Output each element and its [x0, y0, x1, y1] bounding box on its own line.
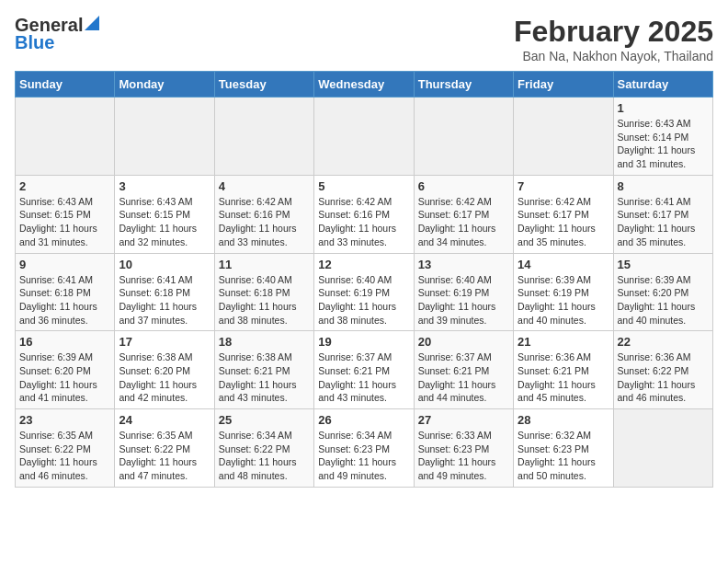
calendar-cell — [314, 98, 414, 176]
day-number: 14 — [518, 258, 609, 271]
day-content: Sunrise: 6:40 AM Sunset: 6:19 PM Dayligh… — [418, 273, 509, 327]
calendar-cell — [115, 98, 214, 176]
day-content: Sunrise: 6:36 AM Sunset: 6:22 PM Dayligh… — [618, 350, 709, 405]
calendar-cell — [214, 98, 313, 176]
calendar-cell: 19Sunrise: 6:37 AM Sunset: 6:21 PM Dayli… — [314, 331, 414, 409]
calendar-cell: 14Sunrise: 6:39 AM Sunset: 6:19 PM Dayli… — [514, 253, 613, 331]
calendar-cell — [16, 98, 115, 176]
weekday-header-sunday: Sunday — [16, 72, 115, 98]
day-content: Sunrise: 6:42 AM Sunset: 6:17 PM Dayligh… — [418, 195, 509, 249]
day-number: 28 — [518, 413, 609, 427]
day-content: Sunrise: 6:41 AM Sunset: 6:18 PM Dayligh… — [119, 273, 210, 327]
calendar-header-row: SundayMondayTuesdayWednesdayThursdayFrid… — [16, 72, 713, 98]
day-number: 19 — [318, 335, 409, 349]
day-content: Sunrise: 6:39 AM Sunset: 6:20 PM Dayligh… — [618, 273, 709, 327]
calendar-cell: 17Sunrise: 6:38 AM Sunset: 6:20 PM Dayli… — [115, 331, 214, 409]
calendar-cell: 11Sunrise: 6:40 AM Sunset: 6:18 PM Dayli… — [214, 253, 313, 331]
location-subtitle: Ban Na, Nakhon Nayok, Thailand — [514, 49, 713, 63]
day-number: 27 — [418, 413, 509, 427]
calendar-week-row: 16Sunrise: 6:39 AM Sunset: 6:20 PM Dayli… — [16, 331, 713, 409]
calendar-cell: 12Sunrise: 6:40 AM Sunset: 6:19 PM Dayli… — [314, 253, 414, 331]
logo-blue: Blue — [15, 32, 54, 53]
day-number: 15 — [618, 258, 709, 271]
day-number: 2 — [19, 179, 110, 193]
day-number: 18 — [219, 335, 310, 349]
day-content: Sunrise: 6:42 AM Sunset: 6:16 PM Dayligh… — [318, 195, 409, 249]
weekday-header-saturday: Saturday — [613, 72, 712, 98]
day-number: 16 — [19, 335, 110, 349]
calendar-cell: 22Sunrise: 6:36 AM Sunset: 6:22 PM Dayli… — [613, 331, 712, 409]
calendar-cell: 7Sunrise: 6:42 AM Sunset: 6:17 PM Daylig… — [514, 175, 613, 253]
weekday-header-wednesday: Wednesday — [314, 72, 414, 98]
calendar-week-row: 9Sunrise: 6:41 AM Sunset: 6:18 PM Daylig… — [16, 253, 713, 331]
calendar-cell: 9Sunrise: 6:41 AM Sunset: 6:18 PM Daylig… — [16, 253, 115, 331]
day-content: Sunrise: 6:43 AM Sunset: 6:15 PM Dayligh… — [19, 195, 110, 249]
logo: General Blue — [15, 15, 99, 53]
calendar-cell: 6Sunrise: 6:42 AM Sunset: 6:17 PM Daylig… — [414, 175, 513, 253]
calendar-cell: 26Sunrise: 6:34 AM Sunset: 6:23 PM Dayli… — [314, 409, 414, 488]
day-number: 25 — [219, 413, 310, 427]
day-content: Sunrise: 6:38 AM Sunset: 6:20 PM Dayligh… — [119, 350, 210, 405]
calendar-week-row: 23Sunrise: 6:35 AM Sunset: 6:22 PM Dayli… — [16, 409, 713, 488]
day-content: Sunrise: 6:37 AM Sunset: 6:21 PM Dayligh… — [418, 350, 509, 405]
day-content: Sunrise: 6:39 AM Sunset: 6:19 PM Dayligh… — [518, 273, 609, 327]
day-content: Sunrise: 6:38 AM Sunset: 6:21 PM Dayligh… — [219, 350, 310, 405]
svg-marker-0 — [85, 16, 99, 30]
weekday-header-thursday: Thursday — [414, 72, 513, 98]
month-title: February 2025 — [514, 15, 713, 49]
day-content: Sunrise: 6:39 AM Sunset: 6:20 PM Dayligh… — [19, 350, 110, 405]
calendar-table: SundayMondayTuesdayWednesdayThursdayFrid… — [15, 71, 713, 488]
day-number: 23 — [19, 413, 110, 427]
day-number: 21 — [518, 335, 609, 349]
day-content: Sunrise: 6:35 AM Sunset: 6:22 PM Dayligh… — [19, 429, 110, 483]
day-content: Sunrise: 6:37 AM Sunset: 6:21 PM Dayligh… — [318, 350, 409, 405]
day-number: 8 — [618, 179, 709, 193]
calendar-cell: 13Sunrise: 6:40 AM Sunset: 6:19 PM Dayli… — [414, 253, 513, 331]
day-content: Sunrise: 6:33 AM Sunset: 6:23 PM Dayligh… — [418, 429, 509, 483]
calendar-cell: 4Sunrise: 6:42 AM Sunset: 6:16 PM Daylig… — [214, 175, 313, 253]
calendar-cell: 25Sunrise: 6:34 AM Sunset: 6:22 PM Dayli… — [214, 409, 313, 488]
calendar-week-row: 1Sunrise: 6:43 AM Sunset: 6:14 PM Daylig… — [16, 98, 713, 176]
day-content: Sunrise: 6:40 AM Sunset: 6:19 PM Dayligh… — [318, 273, 409, 327]
calendar-cell: 21Sunrise: 6:36 AM Sunset: 6:21 PM Dayli… — [514, 331, 613, 409]
calendar-cell: 1Sunrise: 6:43 AM Sunset: 6:14 PM Daylig… — [613, 98, 712, 176]
calendar-cell: 5Sunrise: 6:42 AM Sunset: 6:16 PM Daylig… — [314, 175, 414, 253]
calendar-week-row: 2Sunrise: 6:43 AM Sunset: 6:15 PM Daylig… — [16, 175, 713, 253]
weekday-header-monday: Monday — [115, 72, 214, 98]
day-number: 3 — [119, 179, 210, 193]
weekday-header-friday: Friday — [514, 72, 613, 98]
calendar-cell: 28Sunrise: 6:32 AM Sunset: 6:23 PM Dayli… — [514, 409, 613, 488]
calendar-cell: 15Sunrise: 6:39 AM Sunset: 6:20 PM Dayli… — [613, 253, 712, 331]
calendar-cell: 18Sunrise: 6:38 AM Sunset: 6:21 PM Dayli… — [214, 331, 313, 409]
day-number: 12 — [318, 258, 409, 271]
day-number: 1 — [618, 101, 709, 115]
day-number: 13 — [418, 258, 509, 271]
day-content: Sunrise: 6:35 AM Sunset: 6:22 PM Dayligh… — [119, 429, 210, 483]
day-content: Sunrise: 6:42 AM Sunset: 6:16 PM Dayligh… — [219, 195, 310, 249]
day-number: 20 — [418, 335, 509, 349]
day-number: 22 — [618, 335, 709, 349]
calendar-cell: 27Sunrise: 6:33 AM Sunset: 6:23 PM Dayli… — [414, 409, 513, 488]
day-content: Sunrise: 6:41 AM Sunset: 6:18 PM Dayligh… — [19, 273, 110, 327]
calendar-cell: 23Sunrise: 6:35 AM Sunset: 6:22 PM Dayli… — [16, 409, 115, 488]
day-number: 26 — [318, 413, 409, 427]
day-number: 7 — [518, 179, 609, 193]
day-number: 24 — [119, 413, 210, 427]
calendar-cell: 8Sunrise: 6:41 AM Sunset: 6:17 PM Daylig… — [613, 175, 712, 253]
day-number: 10 — [119, 258, 210, 271]
day-content: Sunrise: 6:42 AM Sunset: 6:17 PM Dayligh… — [518, 195, 609, 249]
logo-icon — [85, 16, 99, 30]
day-content: Sunrise: 6:40 AM Sunset: 6:18 PM Dayligh… — [219, 273, 310, 327]
calendar-cell — [613, 409, 712, 488]
day-number: 17 — [119, 335, 210, 349]
day-content: Sunrise: 6:34 AM Sunset: 6:23 PM Dayligh… — [318, 429, 409, 483]
calendar-cell: 2Sunrise: 6:43 AM Sunset: 6:15 PM Daylig… — [16, 175, 115, 253]
day-number: 9 — [19, 258, 110, 271]
day-number: 6 — [418, 179, 509, 193]
calendar-cell: 24Sunrise: 6:35 AM Sunset: 6:22 PM Dayli… — [115, 409, 214, 488]
calendar-cell — [514, 98, 613, 176]
calendar-cell: 16Sunrise: 6:39 AM Sunset: 6:20 PM Dayli… — [16, 331, 115, 409]
weekday-header-tuesday: Tuesday — [214, 72, 313, 98]
calendar-cell: 20Sunrise: 6:37 AM Sunset: 6:21 PM Dayli… — [414, 331, 513, 409]
day-content: Sunrise: 6:41 AM Sunset: 6:17 PM Dayligh… — [618, 195, 709, 249]
